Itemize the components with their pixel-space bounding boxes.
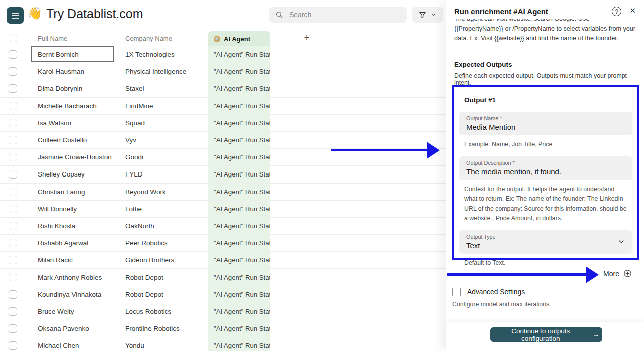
company-name-cell[interactable]: Goodr (120, 149, 208, 165)
row-checkbox[interactable] (9, 324, 17, 333)
row-checkbox[interactable] (9, 84, 17, 93)
company-name-cell[interactable]: Staxel (120, 80, 208, 97)
filter-button[interactable] (412, 7, 443, 23)
full-name-cell[interactable]: Bernt Bornich (28, 46, 120, 63)
company-name-cell[interactable]: Robot Depot (120, 286, 208, 303)
row-checkbox[interactable] (9, 67, 17, 76)
row-checkbox[interactable] (9, 341, 17, 350)
ai-agent-cell[interactable]: "AI Agent" Run Status (208, 80, 270, 97)
company-name-cell[interactable]: Locus Robotics (120, 303, 208, 320)
table-row: Bruce Welty Locus Robotics "AI Agent" Ru… (0, 303, 446, 320)
advanced-settings-helper: Configure model and max iterations. (452, 301, 551, 308)
company-name-cell[interactable]: Gideon Brothers (120, 252, 208, 268)
select-all-checkbox[interactable] (9, 34, 17, 42)
output-card-heading: Output #1 (464, 96, 627, 104)
advanced-settings-checkbox[interactable] (452, 288, 461, 296)
column-header-company-name[interactable]: Company Name (125, 35, 172, 42)
row-checkbox[interactable] (9, 290, 17, 299)
ai-agent-cell[interactable]: "AI Agent" Run Status (208, 115, 270, 131)
company-name-cell[interactable]: Physical Intelligence (120, 63, 208, 80)
ai-agent-cell[interactable]: "AI Agent" Run Status (208, 166, 270, 183)
row-checkbox[interactable] (9, 170, 17, 179)
full-name-cell[interactable]: Isa Watson (28, 115, 120, 131)
ai-agent-cell[interactable]: "AI Agent" Run Status (208, 286, 270, 303)
hamburger-menu-button[interactable] (7, 7, 24, 24)
row-checkbox-cell (0, 80, 28, 97)
company-name-cell[interactable]: Lottie (120, 201, 208, 217)
row-checkbox[interactable] (9, 102, 17, 110)
chevron-down-icon[interactable] (431, 12, 437, 18)
full-name-cell[interactable]: Karol Hausman (28, 63, 120, 80)
row-checkbox[interactable] (9, 256, 17, 264)
row-checkbox-cell (0, 337, 28, 351)
full-name-cell[interactable]: Bruce Welty (28, 303, 120, 320)
company-name-cell[interactable]: Vyv (120, 132, 208, 148)
row-checkbox[interactable] (9, 136, 17, 144)
ai-agent-cell[interactable]: "AI Agent" Run Status (208, 201, 270, 217)
column-header-full-name[interactable]: Full Name (38, 35, 67, 42)
row-checkbox[interactable] (9, 273, 17, 281)
full-name-cell[interactable]: Dima Dobrynin (28, 80, 120, 97)
full-name-cell[interactable]: Michael Chen (28, 337, 120, 351)
full-name-cell[interactable]: Jasmine Crowe-Houston (28, 149, 120, 165)
full-name-cell[interactable]: Will Donnelly (28, 201, 120, 217)
company-name-cell[interactable]: FYLD (120, 166, 208, 183)
ai-agent-cell[interactable]: "AI Agent" Run Status (208, 149, 270, 165)
ai-agent-cell[interactable]: "AI Agent" Run Status (208, 337, 270, 351)
full-name-cell[interactable]: Rishabh Agarwal (28, 235, 120, 251)
full-name-cell[interactable]: Oksana Pavenko (28, 320, 120, 337)
help-icon[interactable]: ? (612, 7, 621, 16)
company-name-cell[interactable]: OakNorth (120, 218, 208, 234)
company-name-cell[interactable]: 1X Technologies (120, 46, 208, 63)
output-description-field[interactable]: Output Description * The media mention, … (459, 156, 632, 180)
company-name-cell[interactable]: Robot Depot (120, 269, 208, 285)
ai-agent-cell[interactable]: "AI Agent" Run Status (208, 218, 270, 234)
annotation-arrow-line (447, 273, 586, 276)
full-name-cell[interactable]: Milan Racic (28, 252, 120, 268)
ai-agent-cell[interactable]: "AI Agent" Run Status (208, 46, 270, 63)
row-checkbox[interactable] (9, 153, 17, 161)
close-icon[interactable]: ✕ (629, 6, 636, 15)
full-name-cell[interactable]: Rishi Khosla (28, 218, 120, 234)
row-checkbox[interactable] (9, 205, 17, 213)
full-name-cell[interactable]: Mark Anthony Robles (28, 269, 120, 285)
ai-agent-cell[interactable]: "AI Agent" Run Status (208, 235, 270, 251)
full-name-cell[interactable]: Shelley Copsey (28, 166, 120, 183)
company-name-cell[interactable]: FindMine (120, 98, 208, 114)
row-checkbox[interactable] (9, 188, 17, 196)
ai-agent-cell[interactable]: "AI Agent" Run Status (208, 303, 270, 320)
output-name-field[interactable]: Output Name * Media Mention (459, 112, 632, 135)
full-name-cell[interactable]: Christian Lanng (28, 184, 120, 200)
full-name-cell[interactable]: Colleen Costello (28, 132, 120, 148)
row-checkbox[interactable] (9, 119, 17, 127)
column-header-ai-agent[interactable]: AI Agent (208, 31, 270, 46)
row-checkbox[interactable] (9, 50, 17, 59)
search-input[interactable] (288, 10, 401, 19)
table-row: Bernt Bornich 1X Technologies "AI Agent"… (0, 46, 446, 63)
continue-button[interactable]: Continue to outputs configuration → (490, 327, 602, 342)
output-type-select[interactable]: Output Type Text (459, 230, 632, 254)
company-name-cell[interactable]: Yondu (120, 337, 208, 351)
company-name-cell[interactable]: Squad (120, 115, 208, 131)
full-name-cell[interactable]: Koundinya Vinnakota (28, 286, 120, 303)
ai-agent-cell[interactable]: "AI Agent" Run Status (208, 320, 270, 337)
row-checkbox[interactable] (9, 222, 17, 230)
search-box[interactable] (269, 7, 407, 23)
ai-agent-cell[interactable]: "AI Agent" Run Status (208, 132, 270, 148)
full-name-cell[interactable]: Michelle Bacharach (28, 98, 120, 114)
run-enrichment-panel: Run enrichment #AI Agent ? ✕ The agent c… (446, 0, 644, 351)
add-column-button[interactable]: + (300, 32, 313, 43)
company-name-cell[interactable]: Frontline Robotics (120, 320, 208, 337)
row-checkbox-cell (0, 201, 28, 217)
more-output-button[interactable]: More (603, 269, 632, 278)
ai-agent-cell[interactable]: "AI Agent" Run Status (208, 63, 270, 80)
ai-agent-cell[interactable]: "AI Agent" Run Status (208, 252, 270, 268)
company-name-cell[interactable]: Beyond Work (120, 184, 208, 200)
ai-agent-cell[interactable]: "AI Agent" Run Status (208, 184, 270, 200)
advanced-settings-label[interactable]: Advanced Settings (467, 288, 525, 296)
ai-agent-cell[interactable]: "AI Agent" Run Status (208, 269, 270, 285)
ai-agent-cell[interactable]: "AI Agent" Run Status (208, 98, 270, 114)
company-name-cell[interactable]: Peer Robotics (120, 235, 208, 251)
row-checkbox[interactable] (9, 239, 17, 247)
row-checkbox[interactable] (9, 307, 17, 316)
